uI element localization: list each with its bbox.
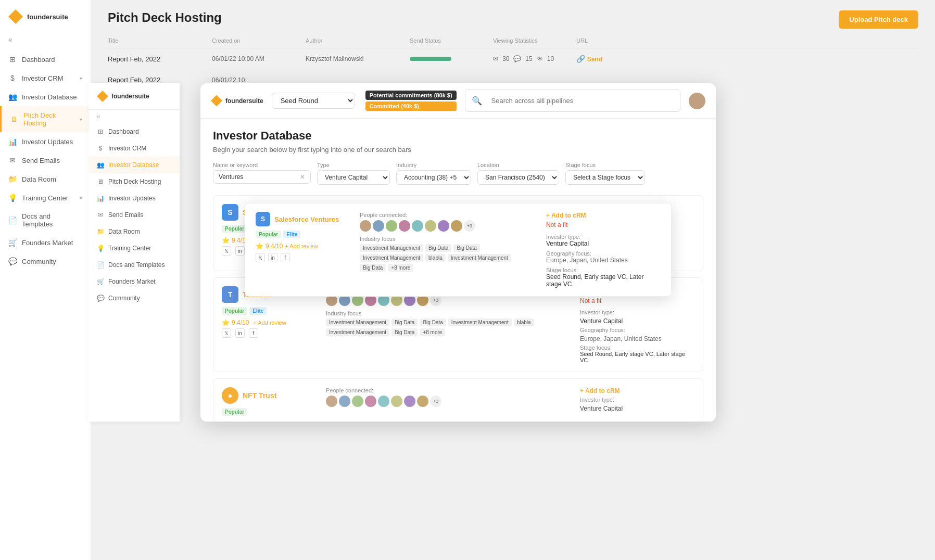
hover-stage-label: Stage focus: [546,267,661,273]
hover-industry-tags: Investment Management Big Data Big Data … [360,244,536,272]
sidebar-item-investor-crm[interactable]: $ Investor CRM ▾ [0,69,91,87]
sidebar-item-training-center[interactable]: 💡 Training Center ▾ [0,188,91,207]
clear-icon[interactable]: ✕ [300,173,305,181]
hover-industry-label: Industry focus [360,236,536,242]
stage-select[interactable]: Select a Stage focus [565,170,645,185]
industry-tag: Investment Management [326,319,389,326]
hover-geo-label: Geography focus: [546,250,661,257]
twitter-icon[interactable]: 𝕏 [222,246,231,256]
investor-logo-img: ● [222,387,238,404]
sidebar-item-data-room[interactable]: 📁 Data Room [0,170,91,188]
overlay-item-investor-database[interactable]: 👥 Investor Database [89,157,180,173]
sidebar-item-founders-market[interactable]: 🛒 Founders Market [0,233,91,252]
linkedin-icon[interactable]: in [268,253,277,262]
col-title: Title [108,37,212,44]
people-section-2: People connected: +3 [326,387,570,407]
investor-db-header: foundersuite Seed RoundSeries ASeries B … [200,83,716,119]
hover-not-fit-button[interactable]: Not a fit [546,221,661,228]
hover-add-review[interactable]: + Add review [285,243,318,249]
industry-tag: Big Data [391,328,418,336]
add-review-link-1[interactable]: + Add review [253,320,286,326]
overlay-item-label: Founders Market [108,278,156,285]
linkedin-icon[interactable]: in [235,246,245,256]
sidebar-item-investor-updates[interactable]: 📊 Investor Updates [0,132,91,151]
stage-focus-value: Seed Round, Early stage VC, Later stage … [580,351,694,363]
avatar-more: +3 [464,220,475,232]
filter-location: Location San Francisco (2540) [477,162,559,185]
location-select[interactable]: San Francisco (2540) [477,170,559,185]
overlay-collapse-button[interactable]: « [89,110,180,123]
twitter-icon[interactable]: 𝕏 [256,253,265,262]
avatar [365,396,376,407]
hover-card-right: + Add to cRM Not a fit Investor type: Ve… [546,212,661,288]
sidebar-item-label: Investor Database [22,93,77,101]
industry-tag-more: +8 more [420,328,445,336]
overlay-item-send-emails[interactable]: ✉ Send Emails [89,207,180,223]
investor-badges-2: Popular [222,408,315,416]
hover-add-to-crm-button[interactable]: + Add to cRM [546,212,661,219]
search-input[interactable] [485,93,674,108]
not-fit-button-1[interactable]: Not a fit [580,297,601,304]
twitter-icon[interactable]: 𝕏 [222,328,231,338]
name-keyword-input[interactable] [219,173,297,181]
inv-card-middle-2: People connected: +3 [326,387,570,420]
upload-pitch-deck-button[interactable]: Upload Pitch deck [839,10,918,29]
sidebar-item-dashboard[interactable]: ⊞ Dashboard [0,50,91,69]
row-viewing: ✉ 30 💬 15 👁 10 [493,55,576,62]
industry-tag: Big Data [420,319,446,326]
facebook-icon[interactable]: f [281,253,290,262]
sidebar-item-docs-templates[interactable]: 📄 Docs and Templates [0,207,91,233]
industry-tag: Big Data [425,244,451,252]
facebook-icon[interactable]: f [249,328,258,338]
sidebar-overlay: foundersuite « ⊞ Dashboard $ Investor CR… [89,83,180,422]
popular-badge: Popular [222,408,247,416]
send-link[interactable]: Send [587,56,602,63]
dollar-icon: $ [8,74,17,82]
overlay-item-investor-updates[interactable]: 📊 Investor Updates [89,190,180,207]
hover-popular-badge: Popular [256,231,281,238]
row-title: Report Feb, 2022 [108,76,212,84]
sidebar-item-pitch-deck[interactable]: 🖥 Pitch Deck Hosting ▾ [0,106,91,132]
hover-investor-name[interactable]: Salesforce Ventures [274,215,339,223]
elite-badge: Elite [249,307,267,315]
overlay-item-community[interactable]: 💬 Community [89,290,180,307]
avatar [425,220,436,232]
industry-tag: Big Data [360,264,386,272]
chart-icon: 📊 [97,195,104,202]
sidebar-item-investor-database[interactable]: 👥 Investor Database [0,87,91,106]
chevron-down-icon: ▾ [80,195,82,201]
avatar [373,220,384,232]
doc-icon: 📄 [8,216,17,224]
star-icon: ⭐ [256,243,263,250]
inv-logo-diamond-icon [211,95,222,107]
overlay-item-pitch-deck[interactable]: 🖥 Pitch Deck Hosting [89,173,180,190]
overlay-item-docs-templates[interactable]: 📄 Docs and Templates [89,257,180,273]
overlay-item-label: Investor CRM [108,145,146,152]
overlay-item-investor-crm[interactable]: $ Investor CRM [89,140,180,157]
filter-name-label: Name or keyword [213,162,311,168]
overlay-logo-diamond [97,91,108,102]
add-to-crm-button-2[interactable]: + Add to cRM [580,387,694,394]
overlay-item-founders-market[interactable]: 🛒 Founders Market [89,273,180,290]
monitor-icon: 🖥 [10,115,18,123]
type-select[interactable]: Venture Capital [317,170,390,185]
overlay-item-dashboard[interactable]: ⊞ Dashboard [89,123,180,140]
overlay-item-data-room[interactable]: 📁 Data Room [89,223,180,240]
sidebar-item-send-emails[interactable]: ✉ Send Emails [0,151,91,170]
lightbulb-icon: 💡 [8,194,17,202]
email-icon: ✉ [8,156,17,164]
linkedin-icon[interactable]: in [235,328,245,338]
investor-name-2[interactable]: NFT Trust [243,391,276,400]
sidebar-collapse-button[interactable]: « [0,33,91,46]
app-wrapper: foundersuite « ⊞ Dashboard $ Investor CR… [0,0,935,560]
sidebar-logo-text: foundersuite [27,13,68,21]
avatar [438,220,449,232]
industry-select[interactable]: Accounting (38) +5 [396,170,471,185]
overlay-item-training-center[interactable]: 💡 Training Center [89,240,180,257]
sidebar-item-community[interactable]: 💬 Community [0,252,91,271]
pipeline-select[interactable]: Seed RoundSeries ASeries B [272,93,355,109]
folder-icon: 📁 [97,228,104,235]
chat-icon: 💬 [97,295,104,302]
filter-industry: Industry Accounting (38) +5 [396,162,471,185]
sidebar: foundersuite « ⊞ Dashboard $ Investor CR… [0,0,91,560]
